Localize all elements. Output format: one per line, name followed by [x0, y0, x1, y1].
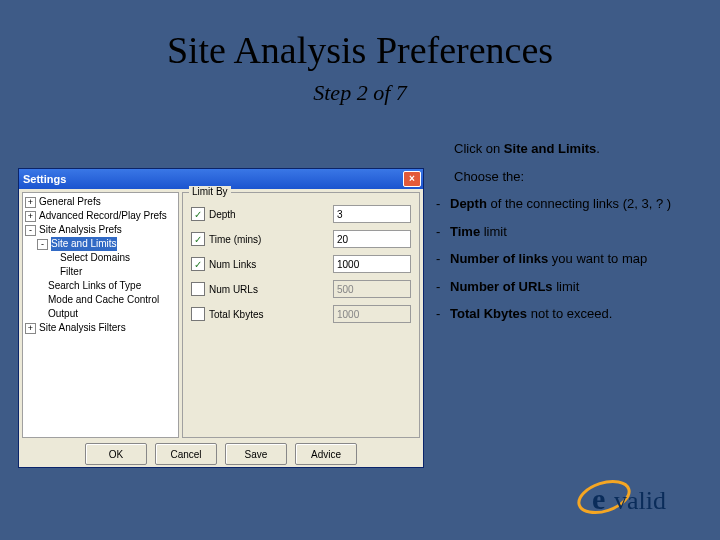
bullet-pre: Total Kbytes: [450, 306, 527, 321]
kbytes-input: [333, 305, 411, 323]
instr-line1-post: .: [596, 141, 600, 156]
settings-window: Settings × +General Prefs +Advanced Reco…: [18, 168, 424, 468]
bullet-post: not to exceed.: [527, 306, 612, 321]
bullet-pre: Number of links: [450, 251, 548, 266]
save-button[interactable]: Save: [225, 443, 287, 465]
checkbox[interactable]: ✓: [191, 257, 205, 271]
expand-icon[interactable]: +: [25, 211, 36, 222]
cancel-button[interactable]: Cancel: [155, 443, 217, 465]
ok-button[interactable]: OK: [85, 443, 147, 465]
tree-label[interactable]: Advanced Record/Play Prefs: [39, 209, 167, 223]
row-label: Num URLs: [209, 284, 333, 295]
bullet-pre: Depth: [450, 196, 487, 211]
tree-label[interactable]: Select Domains: [60, 251, 130, 265]
numurls-input: [333, 280, 411, 298]
button-bar: OK Cancel Save Advice: [19, 441, 423, 467]
row-label: Total Kbytes: [209, 309, 333, 320]
evalid-logo: e valid: [574, 472, 694, 522]
tree-label[interactable]: Filter: [60, 265, 82, 279]
checkbox[interactable]: ✓: [191, 232, 205, 246]
instructions: Click on Site and Limits. Choose the: -D…: [454, 140, 702, 333]
settings-tree[interactable]: +General Prefs +Advanced Record/Play Pre…: [22, 192, 179, 438]
depth-input[interactable]: [333, 205, 411, 223]
numlinks-input[interactable]: [333, 255, 411, 273]
tree-label[interactable]: Output: [48, 307, 78, 321]
tree-label[interactable]: Mode and Cache Control: [48, 293, 159, 307]
checkbox[interactable]: [191, 282, 205, 296]
instr-line1-bold: Site and Limits: [504, 141, 596, 156]
window-title: Settings: [23, 173, 66, 185]
tree-label[interactable]: Search Links of Type: [48, 279, 141, 293]
group-legend: Limit By: [189, 186, 231, 197]
limit-by-group: Limit By ✓Depth ✓Time (mins) ✓Num Links …: [182, 192, 420, 438]
bullet-pre: Time: [450, 224, 480, 239]
instr-line1-pre: Click on: [454, 141, 504, 156]
expand-icon[interactable]: +: [25, 197, 36, 208]
row-label: Num Links: [209, 259, 333, 270]
checkbox[interactable]: [191, 307, 205, 321]
expand-icon[interactable]: +: [25, 323, 36, 334]
bullet-post: limit: [553, 279, 580, 294]
row-label: Time (mins): [209, 234, 333, 245]
instr-line2: Choose the:: [454, 168, 702, 186]
time-input[interactable]: [333, 230, 411, 248]
advice-button[interactable]: Advice: [295, 443, 357, 465]
tree-label[interactable]: General Prefs: [39, 195, 101, 209]
svg-text:valid: valid: [614, 486, 666, 515]
collapse-icon[interactable]: -: [37, 239, 48, 250]
svg-text:e: e: [592, 482, 605, 515]
tree-label[interactable]: Site Analysis Prefs: [39, 223, 122, 237]
close-icon[interactable]: ×: [403, 171, 421, 187]
bullet-post: of the connecting links (2, 3, ? ): [487, 196, 671, 211]
bullet-post: you want to map: [548, 251, 647, 266]
slide-subtitle: Step 2 of 7: [0, 80, 720, 106]
slide-title: Site Analysis Preferences: [0, 28, 720, 72]
checkbox[interactable]: ✓: [191, 207, 205, 221]
collapse-icon[interactable]: -: [25, 225, 36, 236]
bullet-pre: Number of URLs: [450, 279, 553, 294]
row-label: Depth: [209, 209, 333, 220]
bullet-post: limit: [480, 224, 507, 239]
tree-label[interactable]: Site and Limits: [51, 237, 117, 251]
tree-label[interactable]: Site Analysis Filters: [39, 321, 126, 335]
